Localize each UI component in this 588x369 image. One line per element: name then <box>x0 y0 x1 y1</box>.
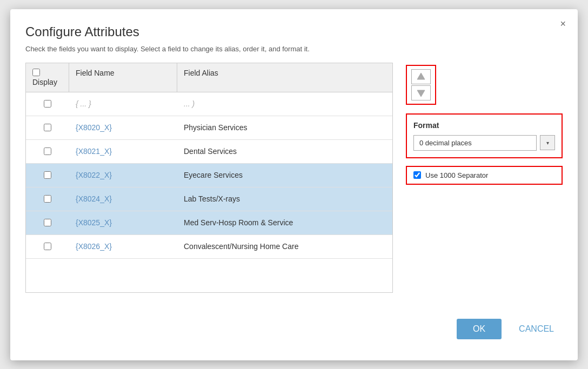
row-checkbox[interactable] <box>44 124 51 131</box>
row-field-alias: Eyecare Services <box>177 166 392 184</box>
format-select-wrapper: 0 decimal places 1 decimal place 2 decim… <box>413 135 555 151</box>
row-field-alias: ... ) <box>177 95 392 112</box>
row-field-name: { ... } <box>69 95 177 112</box>
down-arrow-icon <box>416 88 426 98</box>
up-arrow-icon <box>416 72 426 82</box>
row-checkbox-cell[interactable] <box>26 238 69 254</box>
separator-box: Use 1000 Separator <box>406 166 563 185</box>
move-up-button[interactable] <box>411 69 431 84</box>
attributes-table: Display Field Name Field Alias { ... } .… <box>25 63 393 293</box>
row-field-alias: Convalescent/Nursing Home Care <box>177 238 392 255</box>
row-checkbox[interactable] <box>44 195 51 203</box>
table-body[interactable]: { ... } ... ) {X8020_X} Physician Servic… <box>26 92 392 292</box>
row-checkbox[interactable] <box>44 243 51 250</box>
table-row[interactable]: {X8020_X} Physician Services <box>26 116 392 140</box>
close-button[interactable]: × <box>560 19 566 29</box>
row-checkbox-cell[interactable] <box>26 119 69 136</box>
header-field-name: Field Name <box>69 63 177 92</box>
row-field-name: {X8026_X} <box>69 238 177 255</box>
svg-marker-0 <box>417 73 425 79</box>
table-header: Display Field Name Field Alias <box>26 63 392 92</box>
table-row[interactable]: {X8022_X} Eyecare Services <box>26 164 392 187</box>
separator-label: Use 1000 Separator <box>425 171 488 179</box>
content-area: Display Field Name Field Alias { ... } .… <box>25 63 563 293</box>
row-checkbox-cell[interactable] <box>26 143 69 159</box>
row-checkbox-cell[interactable] <box>26 96 69 112</box>
table-row[interactable]: {X8021_X} Dental Services <box>26 140 392 164</box>
dropdown-arrow-icon: ▾ <box>540 135 555 150</box>
row-field-name: {X8022_X} <box>69 166 177 184</box>
table-row[interactable]: {X8024_X} Lab Tests/X-rays <box>26 187 392 211</box>
separator-checkbox[interactable] <box>413 171 421 179</box>
table-row[interactable]: {X8026_X} Convalescent/Nursing Home Care <box>26 235 392 259</box>
row-checkbox[interactable] <box>44 171 51 179</box>
row-field-name: {X8025_X} <box>69 214 177 231</box>
svg-marker-1 <box>417 90 425 97</box>
format-label: Format <box>413 121 555 130</box>
row-checkbox[interactable] <box>44 100 51 108</box>
dialog-footer: OK CANCEL <box>25 310 563 339</box>
header-checkbox[interactable] <box>32 69 40 76</box>
row-checkbox[interactable] <box>44 219 51 226</box>
dialog-title: Configure Attributes <box>25 24 563 39</box>
row-field-alias: Med Serv-Hosp Room & Service <box>177 214 392 231</box>
dialog-subtitle: Check the fields you want to display. Se… <box>25 45 563 53</box>
row-field-alias: Dental Services <box>177 143 392 160</box>
row-checkbox-cell[interactable] <box>26 191 69 207</box>
header-field-alias: Field Alias <box>177 63 392 92</box>
row-field-name: {X8024_X} <box>69 190 177 207</box>
header-display: Display <box>26 63 69 92</box>
format-select[interactable]: 0 decimal places 1 decimal place 2 decim… <box>413 135 537 151</box>
row-checkbox-cell[interactable] <box>26 167 69 183</box>
row-checkbox-cell[interactable] <box>26 214 69 231</box>
table-row[interactable]: { ... } ... ) <box>26 92 392 116</box>
table-row[interactable]: {X8025_X} Med Serv-Hosp Room & Service <box>26 211 392 235</box>
row-field-alias: Lab Tests/X-rays <box>177 190 392 207</box>
format-box: Format 0 decimal places 1 decimal place … <box>406 113 563 158</box>
order-buttons-box <box>406 65 436 105</box>
row-field-name: {X8020_X} <box>69 119 177 136</box>
move-down-button[interactable] <box>411 85 431 100</box>
right-panel: Format 0 decimal places 1 decimal place … <box>406 63 563 185</box>
cancel-button[interactable]: CANCEL <box>510 319 563 339</box>
row-field-name: {X8021_X} <box>69 143 177 160</box>
configure-attributes-dialog: × Configure Attributes Check the fields … <box>10 9 578 360</box>
row-checkbox[interactable] <box>44 147 51 155</box>
row-field-alias: Physician Services <box>177 119 392 136</box>
ok-button[interactable]: OK <box>457 319 502 339</box>
